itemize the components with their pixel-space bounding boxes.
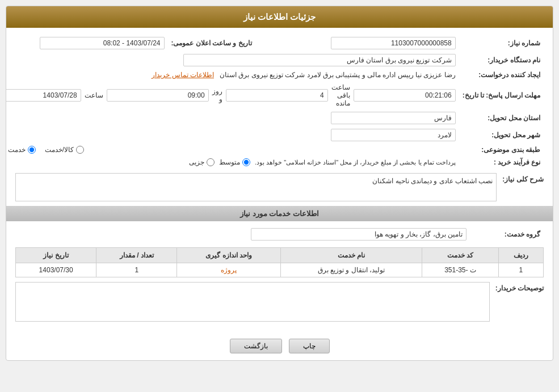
services-section-label: اطلاعات خدمات مورد نیاز: [240, 209, 319, 218]
table-row: 1ت -35-351تولید، انتقال و توزیع برقپروژه…: [16, 263, 544, 277]
cell-tedad: 1: [96, 263, 177, 277]
nooe-jozii-label: جزیی: [189, 158, 204, 166]
mohlat-date: 1403/07/28: [6, 89, 81, 102]
cell-tarikh: 1403/07/30: [16, 263, 96, 277]
col-radif: ردیف: [498, 248, 543, 263]
col-tedad: تعداد / مقدار: [96, 248, 177, 263]
page-header: جزئیات اطلاعات نیاز: [6, 6, 553, 28]
tarikh-elan-label: تاریخ و ساعت اعلان عمومی:: [168, 35, 255, 52]
shomara-niaz-label: شماره نیاز:: [459, 35, 544, 52]
nam-dastgah-label: نام دستگاه خریدار:: [459, 52, 544, 69]
shomara-niaz-value: 1103007000000858: [331, 37, 456, 49]
ijad-konande-link[interactable]: اطلاعات تماس خریدار: [152, 71, 214, 79]
ostan-label: استان محل تحویل:: [459, 109, 544, 127]
mohlat-label: مهلت ارسال پاسخ: تا تاریخ:: [459, 81, 544, 109]
gorohe-khadamat-value: تامین برق، گاز، بخار و تهویه هوا: [251, 228, 466, 241]
ijad-konande-label: ایجاد کننده درخواست:: [459, 69, 544, 81]
col-vahid: واحد اندازه گیری: [177, 248, 280, 263]
print-button[interactable]: چاپ: [289, 339, 330, 353]
shahr-value: لامرد: [331, 129, 456, 141]
tabaqe-khadamat-label: خدمت: [8, 146, 26, 154]
col-tarikh: تاریخ نیاز: [16, 248, 96, 263]
col-code: کد خدمت: [422, 248, 498, 263]
tabaqe-kala-khadamat-option[interactable]: کالا/خدمت: [45, 146, 84, 154]
shahr-label: شهر محل تحویل:: [459, 127, 544, 144]
sharh-label: شرح کلی نیاز:: [502, 173, 544, 183]
tabaqe-khadamat-option[interactable]: خدمت: [8, 146, 36, 154]
mohlat-saat-value: 09:00: [107, 89, 209, 102]
gorohe-khadamat-label: گروه خدمت:: [470, 226, 544, 243]
cell-name: تولید، انتقال و توزیع برق: [280, 263, 422, 277]
ijad-konande-value: رضا عزیزی نیا رییس اداره مالی و پشتیبانی…: [220, 71, 456, 79]
nam-dastgah-value: شرکت توزیع نیروی برق استان فارس: [183, 54, 456, 66]
nooe-motevaset-option[interactable]: متوسط: [219, 158, 250, 166]
tabaqe-kala-khadamat-label: کالا/خدمت: [45, 146, 74, 154]
sharh-value: نصب اشتعاب عادی و دیماندی ناحیه اشکنان: [15, 173, 497, 201]
button-row: چاپ بازگشت: [6, 332, 553, 360]
tosifat-value: [15, 282, 490, 322]
mohlat-roz-value: 4: [226, 89, 328, 102]
nooe-motevaset-label: متوسط: [219, 158, 240, 166]
tabaqe-label: طبقه بندی موضوعی:: [459, 144, 544, 156]
back-button[interactable]: بازگشت: [230, 339, 282, 353]
services-table: ردیف کد خدمت نام خدمت واحد اندازه گیری ت…: [15, 247, 544, 277]
cell-radif: 1: [498, 263, 543, 277]
cell-code: ت -35-351: [422, 263, 498, 277]
ostan-value: فارس: [331, 112, 456, 124]
tosifat-label: توصیحات خریدار:: [495, 282, 544, 292]
mohlat-saat-mande-value: 00:21:06: [354, 89, 456, 102]
col-name: نام خدمت: [280, 248, 422, 263]
cell-vahid: پروژه: [177, 263, 280, 277]
tarikh-elan-value: 1403/07/24 - 08:02: [40, 37, 165, 49]
header-title: جزئیات اطلاعات نیاز: [243, 12, 316, 22]
mohlat-saat-mande-label: ساعت باقی مانده: [331, 83, 350, 107]
mohlat-saat-label: ساعت: [85, 91, 103, 99]
nooe-farayand-label: نوع فرآیند خرید :: [459, 156, 544, 168]
mohlat-roz-label: روز و: [212, 87, 222, 103]
nooe-payamad: پرداخت تمام یا بخشی از مبلغ خریدار، از م…: [255, 159, 456, 166]
nooe-jozii-option[interactable]: جزیی: [189, 158, 215, 166]
services-section-header: اطلاعات خدمات مورد نیاز: [6, 206, 553, 221]
